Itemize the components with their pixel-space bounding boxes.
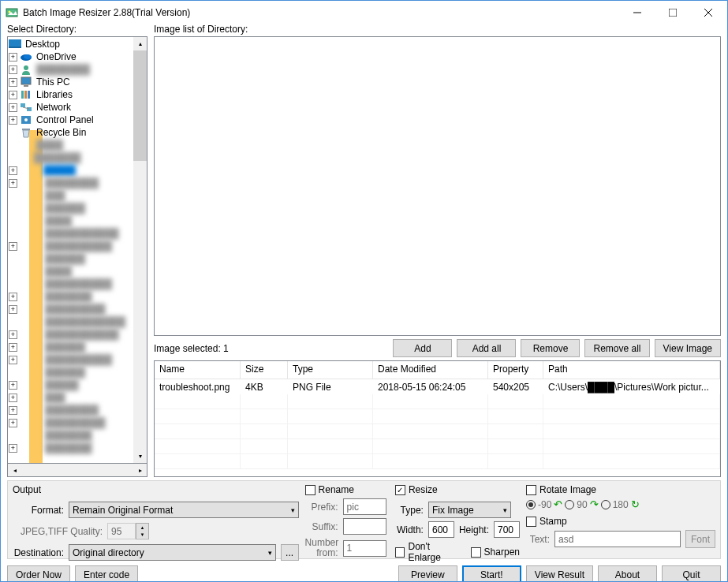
scroll-right-icon[interactable]: ▸: [133, 464, 147, 477]
prefix-input[interactable]: [343, 498, 386, 515]
tree-node-blurred[interactable]: ███████: [9, 151, 133, 164]
rotate-m90-radio[interactable]: [526, 500, 536, 509]
th-date[interactable]: Date Modified: [373, 361, 488, 379]
tree-node-blurred[interactable]: +███████: [9, 442, 133, 454]
directory-tree[interactable]: Desktop +OneDrive +████████ +This PC +Li…: [7, 36, 147, 464]
th-property[interactable]: Property: [488, 361, 543, 379]
th-name[interactable]: Name: [155, 361, 241, 379]
view-image-button[interactable]: View Image: [655, 339, 721, 357]
expander-icon[interactable]: +: [9, 179, 17, 188]
tree-node-blurred[interactable]: +███████████: [9, 328, 133, 341]
tree-node-blurred[interactable]: ██████████: [9, 278, 133, 290]
expander-icon[interactable]: +: [9, 406, 17, 415]
th-type[interactable]: Type: [288, 361, 373, 379]
rotate-90-radio[interactable]: [565, 500, 574, 509]
spin-up-icon[interactable]: ▲: [136, 524, 148, 531]
expander-icon[interactable]: +: [9, 444, 17, 453]
expander-icon[interactable]: +: [9, 343, 17, 352]
expander-icon[interactable]: +: [9, 116, 17, 125]
expander-icon[interactable]: +: [9, 91, 17, 99]
add-button[interactable]: Add: [393, 339, 452, 357]
font-button[interactable]: Font: [685, 530, 715, 548]
th-path[interactable]: Path: [543, 361, 720, 379]
tree-node-thispc[interactable]: +This PC: [9, 76, 133, 88]
tree-node-blurred[interactable]: ███: [9, 189, 133, 202]
expander-icon[interactable]: +: [9, 103, 17, 112]
tree-scrollbar-vertical[interactable]: ▴ ▾: [133, 37, 147, 463]
remove-all-button[interactable]: Remove all: [584, 339, 649, 357]
sharpen-checkbox[interactable]: [471, 547, 481, 558]
tree-node-blurred[interactable]: +██████████: [9, 353, 133, 366]
maximize-button[interactable]: [655, 1, 690, 24]
quality-spinner[interactable]: ▲▼: [107, 523, 149, 539]
tree-node-blurred[interactable]: ████: [9, 265, 133, 278]
tree-node-blurred[interactable]: ██████: [9, 252, 133, 265]
selected-files-table[interactable]: Name Size Type Date Modified Property Pa…: [154, 360, 721, 477]
dont-enlarge-checkbox[interactable]: [395, 547, 405, 558]
expander-icon[interactable]: +: [9, 53, 17, 62]
remove-button[interactable]: Remove: [521, 339, 580, 357]
expander-icon[interactable]: +: [9, 356, 17, 364]
tree-node-blurred[interactable]: +█████████: [9, 416, 133, 429]
tree-node-network[interactable]: +Network: [9, 101, 133, 114]
tree-node-blurred[interactable]: +██████: [9, 341, 133, 353]
rename-checkbox[interactable]: [305, 485, 315, 495]
tree-node-selected[interactable]: +: [9, 164, 133, 177]
tree-node-blurred[interactable]: ████: [9, 139, 133, 151]
rotate-checkbox[interactable]: [526, 485, 536, 495]
tree-node-blurred[interactable]: +███: [9, 391, 133, 404]
tree-scrollbar-horizontal[interactable]: ◂ ▸: [7, 464, 147, 477]
height-input[interactable]: [494, 521, 520, 538]
add-all-button[interactable]: Add all: [457, 339, 516, 357]
tree-node-blurred[interactable]: +████████: [9, 177, 133, 189]
expander-icon[interactable]: +: [9, 293, 17, 301]
scroll-down-icon[interactable]: ▾: [133, 450, 147, 463]
tree-node-blurred[interactable]: +█████████: [9, 303, 133, 315]
scroll-left-icon[interactable]: ◂: [8, 464, 21, 477]
view-result-button[interactable]: View Result: [526, 565, 593, 582]
tree-node-libraries[interactable]: +Libraries: [9, 88, 133, 101]
order-now-button[interactable]: Order Now: [7, 565, 70, 582]
tree-node-onedrive[interactable]: +OneDrive: [9, 50, 133, 63]
tree-node-blurred[interactable]: ████████████: [9, 315, 133, 328]
th-size[interactable]: Size: [241, 361, 288, 379]
quality-input[interactable]: [107, 523, 136, 539]
expander-icon[interactable]: +: [9, 381, 17, 390]
tree-node-blurred[interactable]: +████████: [9, 404, 133, 416]
stamp-checkbox[interactable]: [526, 517, 536, 527]
suffix-input[interactable]: [343, 518, 386, 535]
destination-select[interactable]: Original directory: [69, 544, 276, 561]
minimize-button[interactable]: [619, 1, 655, 24]
tree-node-blurred[interactable]: +█████: [9, 379, 133, 391]
tree-node-controlpanel[interactable]: +Control Panel: [9, 114, 133, 126]
enter-code-button[interactable]: Enter code: [75, 565, 138, 582]
resize-type-select[interactable]: Fix Image: [428, 502, 511, 518]
expander-icon[interactable]: +: [9, 419, 17, 427]
tree-node-blurred[interactable]: ███████████: [9, 227, 133, 240]
about-button[interactable]: About: [598, 565, 657, 582]
tree-node-desktop[interactable]: Desktop: [9, 38, 133, 50]
expander-icon[interactable]: +: [9, 394, 17, 402]
tree-node-blurred[interactable]: ██████: [9, 202, 133, 215]
width-input[interactable]: [428, 521, 454, 538]
tree-node-recyclebin[interactable]: Recycle Bin: [9, 126, 133, 139]
scroll-thumb[interactable]: [133, 50, 147, 161]
table-row[interactable]: troubleshoot.png 4KB PNG File 2018-05-15…: [155, 379, 720, 394]
spin-down-icon[interactable]: ▼: [136, 531, 148, 538]
start-button[interactable]: Start!: [462, 565, 521, 582]
expander-icon[interactable]: +: [9, 78, 17, 87]
tree-node-blurred[interactable]: ██████: [9, 366, 133, 379]
close-button[interactable]: [690, 1, 726, 24]
expander-icon[interactable]: +: [9, 305, 17, 314]
tree-node-blurred[interactable]: +███████: [9, 290, 133, 303]
tree-node-blurred[interactable]: ████: [9, 215, 133, 227]
tree-node-blurred[interactable]: ███████: [9, 429, 133, 442]
quit-button[interactable]: Quit: [662, 565, 721, 582]
preview-button[interactable]: Preview: [398, 565, 457, 582]
tree-node-user[interactable]: +████████: [9, 63, 133, 76]
expander-icon[interactable]: +: [9, 330, 17, 339]
stamp-text-input[interactable]: [554, 531, 681, 547]
browse-button[interactable]: ...: [281, 544, 299, 561]
expander-icon[interactable]: +: [9, 166, 17, 175]
tree-node-blurred[interactable]: +██████████: [9, 240, 133, 252]
